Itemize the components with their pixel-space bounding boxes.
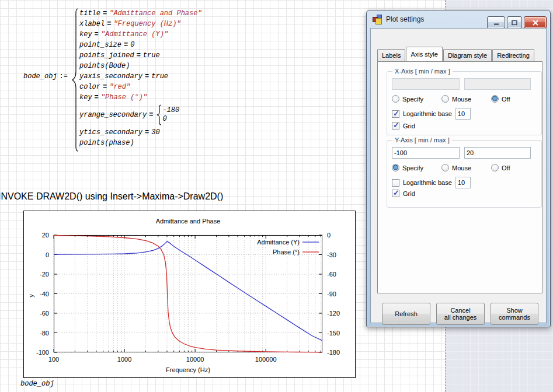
code-line: xlabel="Frequency (Hz)" <box>79 19 202 29</box>
svg-text:y: y <box>27 294 34 298</box>
code-line: key="Phase (°)" <box>79 92 202 103</box>
y-log-base-input[interactable] <box>455 177 471 188</box>
svg-text:-150: -150 <box>327 330 340 337</box>
y-axis-group-legend: Y-Axis [ min / max ] <box>392 136 452 144</box>
x-log-base-input[interactable] <box>455 108 471 120</box>
dialog-titlebar[interactable]: Plot settings <box>367 10 550 28</box>
svg-text:-20: -20 <box>40 271 49 278</box>
code-line: point_size=0 <box>79 40 202 50</box>
svg-text:-40: -40 <box>40 290 49 298</box>
svg-text:-60: -60 <box>327 271 336 278</box>
dialog-client-area: LabelsAxis styleDiagram styleRedirecting… <box>370 28 547 323</box>
maximize-button[interactable] <box>507 16 522 29</box>
checkbox[interactable] <box>392 122 399 130</box>
svg-text:10000: 10000 <box>186 356 204 363</box>
minimize-icon <box>493 20 499 25</box>
y-grid-row: Grid <box>392 190 415 197</box>
svg-text:Admittance (Y): Admittance (Y) <box>257 239 300 246</box>
radio-specify[interactable]: Specify <box>392 164 423 172</box>
svg-text:-30: -30 <box>327 251 336 258</box>
y-max-input[interactable] <box>464 147 531 159</box>
y-min-input[interactable] <box>392 147 460 159</box>
tab-diagram-style[interactable]: Diagram style <box>443 49 492 61</box>
radio-label: Mouse <box>452 164 471 172</box>
minimize-button[interactable] <box>487 16 505 29</box>
code-line: color="red" <box>79 82 202 92</box>
radio-specify[interactable]: Specify <box>392 95 423 103</box>
tab-strip: LabelsAxis styleDiagram styleRedirecting <box>377 47 535 61</box>
code-block-brace <box>72 8 79 152</box>
refresh-button[interactable]: Refresh <box>382 303 430 325</box>
radio-circle[interactable] <box>441 95 449 103</box>
svg-text:-100: -100 <box>36 349 49 356</box>
plot-output[interactable]: 200-20-40-60-80-1000-30-60-90-120-150-18… <box>23 211 356 378</box>
assign-operator: := <box>60 72 68 80</box>
svg-text:Phase (°): Phase (°) <box>273 249 300 256</box>
svg-text:Admittance and Phase: Admittance and Phase <box>156 218 221 225</box>
svg-text:100: 100 <box>48 356 59 363</box>
radio-label: Specify <box>402 96 423 103</box>
tab-axis-style[interactable]: Axis style <box>406 47 442 61</box>
svg-text:-180: -180 <box>327 349 340 356</box>
svg-text:0: 0 <box>46 251 49 258</box>
code-line: key="Admittance (Y)" <box>79 29 202 40</box>
x-max-input[interactable] <box>464 78 531 90</box>
checkbox-label: Grid <box>403 123 415 130</box>
radio-off[interactable]: Off <box>491 164 510 172</box>
bode-chart: 200-20-40-60-80-1000-30-60-90-120-150-18… <box>23 211 356 378</box>
svg-text:-120: -120 <box>327 310 340 317</box>
radio-circle[interactable] <box>441 164 449 172</box>
code-line: points_joined=true <box>79 50 202 61</box>
tab-labels[interactable]: Labels <box>377 49 405 61</box>
x-min-input[interactable] <box>392 78 460 90</box>
radio-mouse[interactable]: Mouse <box>441 164 471 172</box>
x-axis-group-legend: X-Axis [ min / max ] <box>392 68 453 75</box>
x-log-row: Logarithmic base <box>392 108 471 120</box>
result-expression[interactable]: bode_obj <box>20 380 54 388</box>
code-line: points(Bode) <box>79 61 202 71</box>
close-button[interactable] <box>524 16 547 29</box>
radio-circle[interactable] <box>491 164 499 172</box>
radio-circle[interactable] <box>392 164 399 172</box>
code-block[interactable]: title="Admittance and Phase"xlabel="Freq… <box>79 8 202 148</box>
x-grid-row: Grid <box>392 122 415 130</box>
close-icon <box>533 20 538 26</box>
radio-circle[interactable] <box>392 95 399 103</box>
checkbox-label: Grid <box>403 190 415 197</box>
svg-text:1000: 1000 <box>117 356 131 363</box>
x-axis-mode-options: SpecifyMouseOff <box>387 95 541 103</box>
y-axis-mode-options: SpecifyMouseOff <box>387 164 541 172</box>
checkbox[interactable] <box>392 179 399 187</box>
tab-redirecting[interactable]: Redirecting <box>492 49 534 61</box>
app-icon <box>373 15 382 24</box>
radio-circle[interactable] <box>491 95 499 103</box>
svg-text:-90: -90 <box>327 290 336 298</box>
invoke-note: INVOKE DRAW2D() using Insert->Maxima->Dr… <box>0 191 223 202</box>
tab-page-axis-style: X-Axis [ min / max ] SpecifyMouseOff Log… <box>377 61 542 293</box>
dialog-title: Plot settings <box>386 15 424 23</box>
y-axis-group: Y-Axis [ min / max ] SpecifyMouseOff Log… <box>387 140 542 208</box>
svg-text:20: 20 <box>42 232 49 239</box>
svg-text:100000: 100000 <box>255 356 277 363</box>
code-assign-target[interactable]: bode_obj:= <box>23 72 70 80</box>
checkbox-label: Logarithmic base <box>403 110 452 117</box>
radio-label: Off <box>502 164 510 172</box>
checkbox-label: Logarithmic base <box>403 179 452 186</box>
checkbox[interactable] <box>392 190 399 197</box>
code-target-name: bode_obj <box>23 72 57 80</box>
radio-label: Off <box>502 96 510 103</box>
radio-label: Specify <box>402 164 423 172</box>
checkbox[interactable] <box>392 110 399 118</box>
radio-off[interactable]: Off <box>491 95 510 103</box>
cancel-all-changes-button[interactable]: Cancel all changes <box>436 303 485 325</box>
code-line: yaxis_secondary=true <box>79 71 202 82</box>
plot-settings-dialog: Plot settings LabelsAxis styleDiagram st… <box>366 10 551 327</box>
y-log-row: Logarithmic base <box>392 177 471 188</box>
radio-mouse[interactable]: Mouse <box>441 95 471 103</box>
code-line: title="Admittance and Phase" <box>79 8 202 19</box>
svg-text:-60: -60 <box>40 310 49 317</box>
svg-text:0: 0 <box>327 232 331 239</box>
radio-label: Mouse <box>452 96 471 103</box>
code-line: yrange_secondary=-1800 <box>79 103 202 127</box>
show-commands-button[interactable]: Show commands <box>491 303 538 325</box>
